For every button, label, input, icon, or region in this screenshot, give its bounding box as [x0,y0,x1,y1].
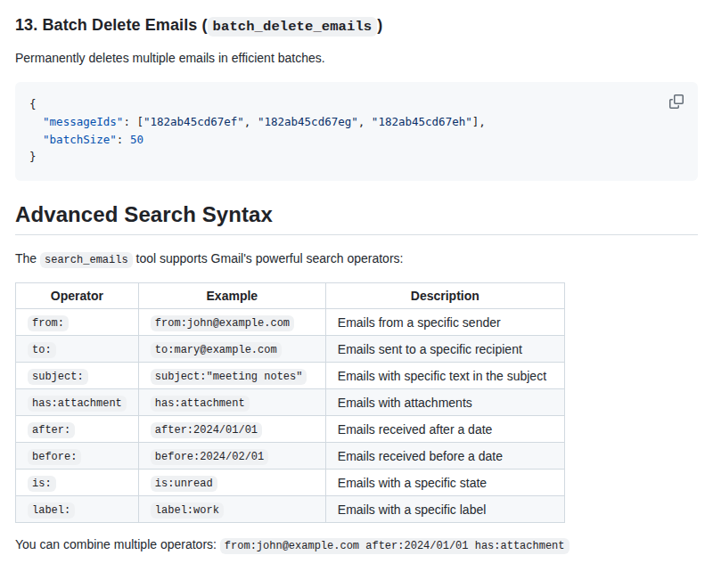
operator-cell: label: [16,496,139,523]
description-cell: Emails with a specific state [325,470,564,496]
intro-text: The [15,251,40,265]
code-token: "batchSize" [43,133,117,146]
operator-cell: has:attachment [16,389,139,416]
description-cell: Emails from a specific sender [325,309,564,336]
example-cell: is:unread [138,470,325,496]
example-inline-code: to:mary@example.com [151,342,282,358]
description-cell: Emails received after a date [325,416,564,443]
code-token: , [358,115,372,128]
table-row: to:to:mary@example.comEmails sent to a s… [16,336,565,363]
combine-text: You can combine multiple operators: [15,537,220,551]
code-token: "182ab45cd67eh" [372,115,472,128]
search-operators-table: Operator Example Description from:from:j… [15,282,565,523]
table-row: subject:subject:"meeting notes"Emails wi… [16,363,565,389]
operator-cell: before: [16,443,139,470]
description-cell: Emails with attachments [325,389,564,416]
json-code-block: { "messageIds": ["182ab45cd67ef", "182ab… [15,82,698,181]
example-inline-code: subject:"meeting notes" [151,369,307,385]
batch-delete-description: Permanently deletes multiple emails in e… [15,49,698,68]
example-cell: from:john@example.com [138,309,325,336]
heading-text: 13. Batch Delete Emails ( [15,16,208,34]
example-inline-code: after:2024/01/01 [151,422,262,438]
advanced-search-intro: The search_emails tool supports Gmail's … [15,249,698,268]
copy-icon [669,94,684,109]
example-cell: after:2024/01/01 [138,416,325,443]
markdown-document: 13. Batch Delete Emails (batch_delete_em… [0,0,713,567]
code-content: { "messageIds": ["182ab45cd67ef", "182ab… [29,97,486,163]
code-token: "messageIds" [43,115,123,128]
table-body: from:from:john@example.comEmails from a … [16,309,565,523]
combine-inline-code: from:john@example.com after:2024/01/01 h… [220,538,570,554]
example-cell: has:attachment [138,389,325,416]
table-row: from:from:john@example.comEmails from a … [16,309,565,336]
column-header-example: Example [138,283,325,309]
description-cell: Emails received before a date [325,443,564,470]
intro-inline-code: search_emails [40,252,133,268]
code-token: } [29,150,37,163]
operator-inline-code: after: [28,422,75,438]
operator-cell: subject: [16,363,139,389]
column-header-description: Description [325,283,564,309]
table-row: is:is:unreadEmails with a specific state [16,470,565,496]
advanced-search-heading: Advanced Search Syntax [15,202,698,235]
table-row: has:attachmenthas:attachmentEmails with … [16,389,565,416]
heading-text-suffix: ) [377,16,382,34]
example-inline-code: is:unread [151,476,217,492]
operator-cell: after: [16,416,139,443]
example-cell: subject:"meeting notes" [138,363,325,389]
table-row: before:before:2024/02/01Emails received … [16,443,565,470]
code-token [29,115,43,128]
table-header-row: Operator Example Description [16,283,565,309]
example-inline-code: has:attachment [151,396,250,412]
description-cell: Emails with specific text in the subject [325,363,564,389]
operator-inline-code: subject: [28,369,88,385]
operator-cell: from: [16,309,139,336]
code-token: "182ab45cd67eg" [258,115,358,128]
operator-inline-code: to: [28,342,56,358]
column-header-operator: Operator [16,283,139,309]
operator-inline-code: label: [28,502,75,519]
intro-text-suffix: tool supports Gmail's powerful search op… [133,251,404,265]
copy-code-button[interactable] [664,89,689,114]
operator-inline-code: before: [28,449,81,465]
operator-inline-code: is: [28,476,56,492]
code-token: , [244,115,258,128]
code-token [29,133,43,146]
example-cell: label:work [138,496,325,523]
operator-inline-code: has:attachment [28,396,127,412]
description-cell: Emails with a specific label [325,496,564,523]
code-token: ], [472,115,486,128]
code-token: : [117,133,130,146]
description-cell: Emails sent to a specific recipient [325,336,564,363]
table-row: after:after:2024/01/01Emails received af… [16,416,565,443]
example-inline-code: from:john@example.com [151,315,294,331]
example-inline-code: label:work [151,502,224,519]
operator-cell: to: [16,336,139,363]
code-token: { [29,97,37,110]
table-row: label:label:workEmails with a specific l… [16,496,565,523]
batch-delete-heading: 13. Batch Delete Emails (batch_delete_em… [15,16,698,35]
example-cell: before:2024/02/01 [138,443,325,470]
combine-operators-note: You can combine multiple operators: from… [15,537,698,552]
code-token: 50 [130,133,143,146]
code-token: : [ [123,115,143,128]
code-token: "182ab45cd67ef" [143,115,244,128]
example-cell: to:mary@example.com [138,336,325,363]
code-pre: { "messageIds": ["182ab45cd67ef", "182ab… [15,82,698,181]
operator-inline-code: from: [28,315,69,331]
heading-inline-code: batch_delete_emails [208,17,378,37]
operator-cell: is: [16,470,139,496]
example-inline-code: before:2024/02/01 [151,449,268,465]
